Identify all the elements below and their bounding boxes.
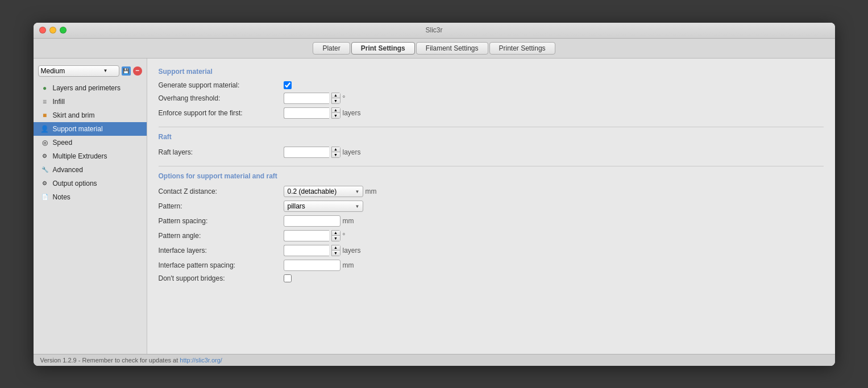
raft-layers-up-button[interactable]: ▲ <box>332 147 340 152</box>
pattern-angle-up-button[interactable]: ▲ <box>332 231 340 236</box>
sidebar-item-multiple-extruders[interactable]: ⚙ Multiple Extruders <box>34 149 147 163</box>
dont-support-label: Don't support bridges: <box>159 274 284 282</box>
tab-bar: Plater Print Settings Filament Settings … <box>34 39 835 59</box>
minimize-button[interactable] <box>49 27 56 34</box>
overhang-threshold-spinner: ▲ ▼ <box>331 93 340 104</box>
section-options-title: Options for support material and raft <box>159 172 824 180</box>
pattern-spacing-input[interactable]: 2.5 <box>284 215 340 227</box>
notes-icon: 📄 <box>40 193 49 202</box>
sidebar-item-skirt-brim[interactable]: ■ Skirt and brim <box>34 109 147 122</box>
pattern-wrapper: pillars rectilinear honeycomb ▼ <box>284 201 363 212</box>
traffic-lights <box>39 27 67 34</box>
interface-layers-spinner: ▲ ▼ <box>331 245 340 256</box>
pattern-angle-control: 0 ▲ ▼ ° <box>284 230 824 241</box>
sidebar-item-output-options[interactable]: ⚙ Output options <box>34 177 147 190</box>
raft-layers-input[interactable]: 0 <box>284 147 329 158</box>
main-content: Medium ▼ 💾 − ● Layers and perimeters ≡ I… <box>34 59 835 354</box>
preset-select[interactable]: Medium <box>38 65 119 77</box>
enforce-unit: layers <box>343 109 361 117</box>
enforce-support-up-button[interactable]: ▲ <box>332 108 340 113</box>
divider-2 <box>159 166 824 166</box>
overhang-up-button[interactable]: ▲ <box>332 93 340 98</box>
contact-z-select[interactable]: 0.2 (detachable) 0 (soluble) 0.1 <box>284 186 363 197</box>
content-area: Support material Generate support materi… <box>147 59 835 354</box>
sidebar-item-support-material[interactable]: 👤 Support material <box>34 122 147 136</box>
interface-layers-label: Interface layers: <box>159 247 284 255</box>
advanced-icon: 🔧 <box>40 165 49 174</box>
generate-support-checkbox[interactable] <box>284 81 292 89</box>
raft-unit: layers <box>343 148 361 156</box>
enforce-support-label: Enforce support for the first: <box>159 109 284 117</box>
overhang-threshold-input[interactable]: 0 <box>284 93 329 104</box>
pattern-label: Pattern: <box>159 202 284 210</box>
raft-layers-down-button[interactable]: ▼ <box>332 152 340 157</box>
options-form: Contact Z distance: 0.2 (detachable) 0 (… <box>159 186 824 282</box>
sidebar-item-infill[interactable]: ≡ Infill <box>34 95 147 109</box>
multiple-extruders-icon: ⚙ <box>40 152 49 161</box>
sidebar-item-layers-perimeters[interactable]: ● Layers and perimeters <box>34 81 147 95</box>
remove-preset-button[interactable]: − <box>133 66 142 76</box>
window-title: Slic3r <box>425 26 442 34</box>
enforce-support-spinner: ▲ ▼ <box>331 107 340 119</box>
interface-pattern-control: 0 mm <box>284 260 824 271</box>
status-bar: Version 1.2.9 - Remember to check for up… <box>34 354 835 366</box>
sidebar-item-advanced[interactable]: 🔧 Advanced <box>34 163 147 177</box>
pattern-spacing-control: 2.5 mm <box>284 215 824 227</box>
contact-z-wrapper: 0.2 (detachable) 0 (soluble) 0.1 ▼ <box>284 186 363 197</box>
close-button[interactable] <box>39 27 46 34</box>
interface-layers-down-button[interactable]: ▼ <box>332 251 340 256</box>
overhang-unit: ° <box>343 94 346 102</box>
pattern-angle-unit: ° <box>343 232 346 240</box>
overhang-down-button[interactable]: ▼ <box>332 98 340 103</box>
tab-filament-settings[interactable]: Filament Settings <box>416 42 488 55</box>
dont-support-control <box>284 274 824 282</box>
pattern-control: pillars rectilinear honeycomb ▼ <box>284 201 824 212</box>
interface-pattern-label: Interface pattern spacing: <box>159 261 284 269</box>
tab-print-settings[interactable]: Print Settings <box>351 42 415 55</box>
divider-1 <box>159 127 824 127</box>
overhang-threshold-label: Overhang threshold: <box>159 94 284 102</box>
contact-z-control: 0.2 (detachable) 0 (soluble) 0.1 ▼ mm <box>284 186 824 197</box>
enforce-support-input[interactable]: 0 <box>284 107 329 119</box>
support-material-form: Generate support material: Overhang thre… <box>159 81 824 119</box>
generate-support-control <box>284 81 824 89</box>
tab-plater[interactable]: Plater <box>313 42 350 55</box>
pattern-angle-input[interactable]: 0 <box>284 230 329 241</box>
sidebar: Medium ▼ 💾 − ● Layers and perimeters ≡ I… <box>34 59 147 354</box>
generate-support-label: Generate support material: <box>159 81 284 89</box>
dont-support-checkbox[interactable] <box>284 274 292 282</box>
speed-icon: ◎ <box>40 138 49 147</box>
interface-layers-input[interactable]: 3 <box>284 245 329 256</box>
status-text: Version 1.2.9 - Remember to check for up… <box>40 357 222 364</box>
interface-layers-unit: layers <box>343 247 361 255</box>
section-raft-title: Raft <box>159 133 824 141</box>
interface-layers-up-button[interactable]: ▲ <box>332 245 340 251</box>
main-window: Slic3r Plater Print Settings Filament Se… <box>34 23 835 366</box>
raft-layers-control: 0 ▲ ▼ layers <box>284 147 824 158</box>
maximize-button[interactable] <box>60 27 67 34</box>
tab-printer-settings[interactable]: Printer Settings <box>489 42 555 55</box>
support-material-icon: 👤 <box>40 124 49 133</box>
infill-icon: ≡ <box>40 97 49 106</box>
interface-pattern-input[interactable]: 0 <box>284 260 340 271</box>
enforce-support-down-button[interactable]: ▼ <box>332 113 340 118</box>
interface-layers-control: 3 ▲ ▼ layers <box>284 245 824 256</box>
save-preset-button[interactable]: 💾 <box>122 66 131 76</box>
enforce-support-control: 0 ▲ ▼ layers <box>284 107 824 119</box>
sidebar-item-speed[interactable]: ◎ Speed <box>34 136 147 149</box>
pattern-angle-label: Pattern angle: <box>159 232 284 240</box>
overhang-threshold-control: 0 ▲ ▼ ° <box>284 93 824 104</box>
status-link[interactable]: http://slic3r.org/ <box>180 357 222 364</box>
interface-pattern-unit: mm <box>343 261 354 269</box>
pattern-select[interactable]: pillars rectilinear honeycomb <box>284 201 363 212</box>
raft-form: Raft layers: 0 ▲ ▼ layers <box>159 147 824 158</box>
pattern-angle-down-button[interactable]: ▼ <box>332 236 340 241</box>
pattern-spacing-label: Pattern spacing: <box>159 217 284 225</box>
layers-perimeters-icon: ● <box>40 84 49 93</box>
raft-layers-spinner: ▲ ▼ <box>331 147 340 158</box>
sidebar-item-notes[interactable]: 📄 Notes <box>34 190 147 204</box>
contact-z-unit: mm <box>366 187 377 195</box>
preset-row: Medium ▼ 💾 − <box>34 63 147 79</box>
raft-layers-label: Raft layers: <box>159 148 284 156</box>
output-options-icon: ⚙ <box>40 179 49 188</box>
